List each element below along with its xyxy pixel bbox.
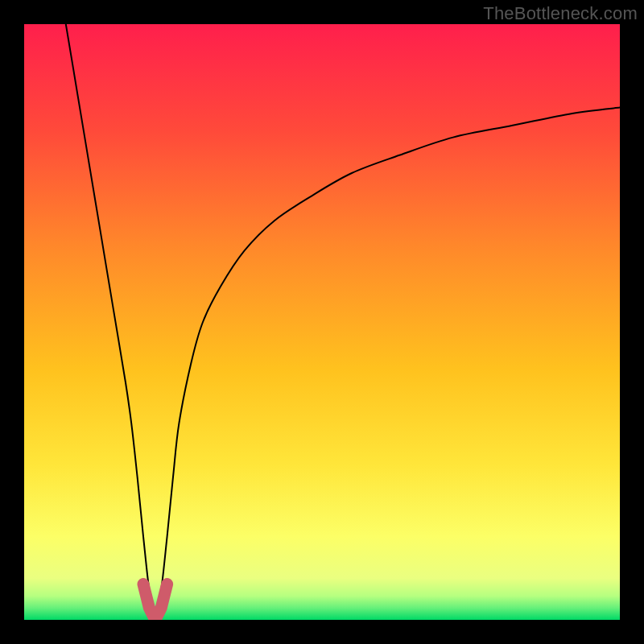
chart-frame: TheBottleneck.com bbox=[0, 0, 644, 644]
plot-area bbox=[24, 24, 620, 620]
curve-layer bbox=[24, 24, 620, 620]
watermark-text: TheBottleneck.com bbox=[483, 3, 638, 24]
minimum-marker bbox=[143, 584, 167, 620]
bottleneck-curve bbox=[66, 24, 620, 620]
